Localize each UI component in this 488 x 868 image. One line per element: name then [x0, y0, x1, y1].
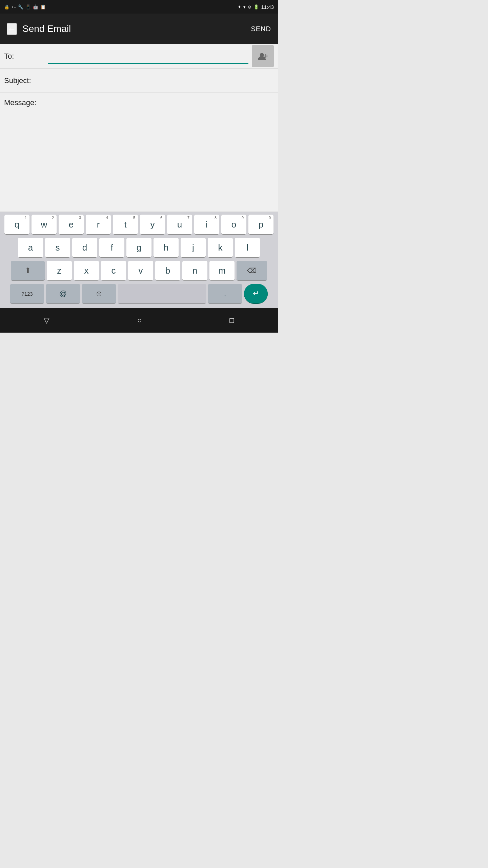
- at-key[interactable]: @: [46, 284, 80, 303]
- to-input-container: [48, 45, 274, 67]
- numbers-label: ?123: [21, 291, 33, 297]
- key-n[interactable]: n: [182, 261, 207, 280]
- message-label: Message:: [4, 98, 274, 107]
- to-label: To:: [4, 52, 48, 61]
- keyboard-row-2: a s d f g h j k l: [1, 238, 277, 257]
- back-button[interactable]: ←: [7, 23, 17, 35]
- key-t[interactable]: 5 t: [113, 215, 138, 234]
- nav-home-button[interactable]: ○: [130, 313, 148, 328]
- space-key[interactable]: [118, 284, 206, 303]
- to-input[interactable]: [48, 49, 248, 64]
- message-row: Message:: [0, 93, 278, 212]
- shift-icon: ⬆: [25, 266, 31, 275]
- status-bar: 🔒 🗝 🔧 📱 🤖 📋 ✦ ▾ ⊘ 🔋 11:43: [0, 0, 278, 14]
- key-u[interactable]: 7 u: [167, 215, 192, 234]
- key-q[interactable]: 1 q: [4, 215, 29, 234]
- clipboard-icon: 📋: [40, 4, 46, 9]
- key-m[interactable]: m: [209, 261, 235, 280]
- add-contact-button[interactable]: [252, 45, 274, 67]
- wrench-icon: 🔧: [18, 4, 23, 9]
- key-s[interactable]: s: [45, 238, 70, 257]
- keyboard: 1 q 2 w 3 e 4 r 5 t 6 y 7 u 8 i: [0, 212, 278, 308]
- key-i[interactable]: 8 i: [194, 215, 219, 234]
- app-bar-title: Send Email: [22, 23, 71, 34]
- nav-recent-button[interactable]: □: [223, 313, 241, 328]
- key-a[interactable]: a: [18, 238, 43, 257]
- key-z[interactable]: z: [47, 261, 72, 280]
- signal-icon: ⊘: [248, 4, 251, 9]
- wifi-icon: ▾: [243, 4, 246, 9]
- battery-icon: 🔋: [253, 4, 259, 9]
- subject-field-row: Subject:: [0, 68, 278, 93]
- subject-input[interactable]: [48, 73, 274, 88]
- enter-key[interactable]: ↵: [244, 284, 268, 303]
- lock-icon: 🔒: [4, 4, 9, 9]
- key-e[interactable]: 3 e: [59, 215, 84, 234]
- key-r[interactable]: 4 r: [86, 215, 111, 234]
- key-w[interactable]: 2 w: [32, 215, 57, 234]
- key-f[interactable]: f: [99, 238, 124, 257]
- keyboard-row-3: ⬆ z x c v b n m ⌫: [1, 261, 277, 280]
- email-form: To: Subject: Message:: [0, 44, 278, 212]
- key-c[interactable]: c: [101, 261, 126, 280]
- emoji-label: ☺: [95, 289, 103, 298]
- app-bar-left: ← Send Email: [7, 23, 71, 35]
- key-y[interactable]: 6 y: [140, 215, 165, 234]
- send-button[interactable]: SEND: [251, 25, 271, 33]
- key-p[interactable]: 0 p: [248, 215, 273, 234]
- keyboard-row-1: 1 q 2 w 3 e 4 r 5 t 6 y 7 u 8 i: [1, 215, 277, 234]
- key-h[interactable]: h: [154, 238, 179, 257]
- bluetooth-icon: ✦: [238, 4, 241, 9]
- key-g[interactable]: g: [126, 238, 151, 257]
- backspace-key[interactable]: ⌫: [237, 261, 267, 280]
- status-icons-left: 🔒 🗝 🔧 📱 🤖 📋: [4, 4, 46, 9]
- emoji-key[interactable]: ☺: [82, 284, 116, 303]
- subject-label: Subject:: [4, 76, 48, 85]
- status-icons-right: ✦ ▾ ⊘ 🔋 11:43: [238, 4, 274, 10]
- android-icon: 🤖: [33, 4, 38, 9]
- shift-key[interactable]: ⬆: [11, 261, 45, 280]
- key-o[interactable]: 9 o: [221, 215, 246, 234]
- add-contact-icon: [258, 52, 268, 61]
- status-time: 11:43: [261, 4, 274, 10]
- key-icon: 🗝: [12, 4, 16, 9]
- enter-icon: ↵: [253, 289, 259, 298]
- backspace-icon: ⌫: [247, 267, 257, 275]
- message-input[interactable]: [4, 110, 274, 205]
- key-l[interactable]: l: [235, 238, 260, 257]
- key-j[interactable]: j: [181, 238, 206, 257]
- key-d[interactable]: d: [72, 238, 97, 257]
- key-b[interactable]: b: [155, 261, 180, 280]
- period-label: .: [224, 289, 226, 298]
- key-k[interactable]: k: [208, 238, 233, 257]
- key-x[interactable]: x: [74, 261, 99, 280]
- app-bar: ← Send Email SEND: [0, 14, 278, 44]
- period-key[interactable]: .: [208, 284, 242, 303]
- phone-icon: 📱: [25, 4, 31, 9]
- nav-back-button[interactable]: ▽: [37, 313, 56, 328]
- bottom-nav: ▽ ○ □: [0, 308, 278, 333]
- to-field-row: To:: [0, 44, 278, 68]
- keyboard-row-bottom: ?123 @ ☺ . ↵: [1, 284, 277, 303]
- numbers-key[interactable]: ?123: [10, 284, 44, 303]
- key-v[interactable]: v: [128, 261, 153, 280]
- at-label: @: [59, 289, 67, 298]
